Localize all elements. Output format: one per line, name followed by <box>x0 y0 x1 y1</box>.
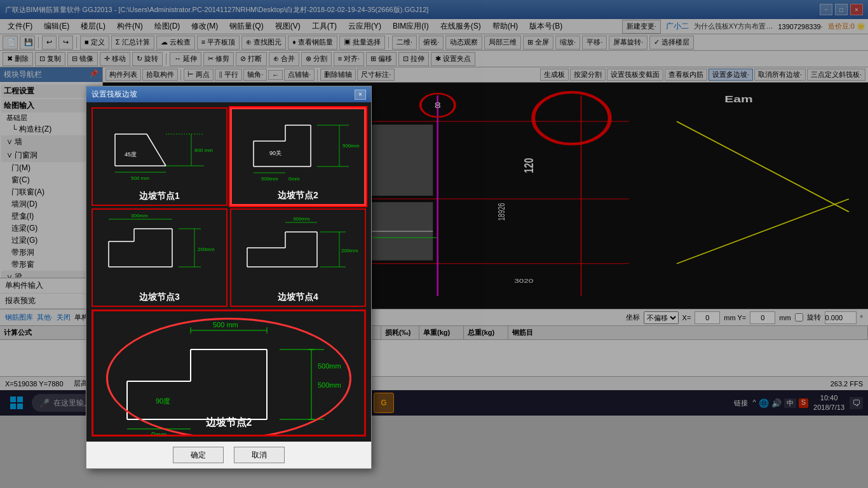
menu-component[interactable]: 构件(N) <box>112 20 148 33</box>
grip-btn[interactable]: ✱ 设置夹点 <box>431 52 475 66</box>
dynamic-view-btn[interactable]: 动态观察 <box>445 36 482 50</box>
y-input[interactable] <box>750 311 775 324</box>
batch-select-btn[interactable]: ▣ 批量选择 <box>339 36 385 50</box>
node-cell-4[interactable]: 200mm 300mm 边坡节点4 <box>230 208 366 307</box>
selected-node-display[interactable]: 90度 500 mm 500mm 500mm <box>92 309 366 437</box>
view-inner-rebar-btn[interactable]: 查看板内筋 <box>665 69 707 81</box>
extend-btn[interactable]: ↔ 延伸 <box>170 52 201 66</box>
menu-view[interactable]: 视图(V) <box>270 20 306 33</box>
new-btn[interactable]: 📄 <box>3 36 18 50</box>
move-btn[interactable]: ✛ 移动 <box>100 52 130 66</box>
menu-edit[interactable]: 编辑(E) <box>39 20 74 33</box>
split-by-beam-btn[interactable]: 按梁分割 <box>570 69 606 81</box>
tray-network[interactable]: 🌐 <box>759 398 769 408</box>
new-change-btn[interactable]: 新建变更· <box>622 20 661 34</box>
fullscreen-btn[interactable]: ⊞ 全屏 <box>523 36 553 50</box>
rotate-input[interactable] <box>825 311 857 324</box>
redo-btn[interactable]: ↪ <box>58 36 73 50</box>
tray-s[interactable]: S <box>799 398 808 408</box>
taskbar-icon-ggj[interactable]: G <box>374 393 394 413</box>
menu-file[interactable]: 文件(F) <box>3 20 37 33</box>
zoom-in-btn[interactable]: 缩放· <box>555 36 580 50</box>
delete-axis-btn[interactable]: 删除辅轴 <box>320 69 356 81</box>
clock[interactable]: 10:40 2018/7/13 <box>813 393 844 413</box>
node-cell-3[interactable]: 300mm 200mm 边坡节点3 <box>92 208 227 307</box>
close-btn[interactable]: × <box>850 4 863 15</box>
menu-bim[interactable]: BIM应用(I) <box>388 20 434 33</box>
mirror-btn[interactable]: ⊟ 镜像 <box>67 52 98 66</box>
rotate-check[interactable] <box>795 313 803 322</box>
minimize-btn[interactable]: － <box>820 4 832 15</box>
screen-rotate-btn[interactable]: 屏幕旋转· <box>609 36 648 50</box>
node2-label: 边坡节点2 <box>232 190 364 201</box>
pick-component-btn[interactable]: 拾取构件 <box>142 69 178 81</box>
dialog-cancel-btn[interactable]: 取消 <box>234 447 285 463</box>
coins: 造价豆:0 🌟 <box>828 22 865 31</box>
menu-help[interactable]: 帮助(H) <box>487 20 524 33</box>
tray-zh[interactable]: 中 <box>784 398 796 408</box>
left-arrow-btn[interactable]: ← <box>268 70 283 80</box>
stretch-btn[interactable]: ⊡ 拉伸 <box>398 52 429 66</box>
set-multi-slope-btn[interactable]: 设置多边坡· <box>709 69 753 81</box>
menu-version[interactable]: 版本号(B) <box>524 20 567 33</box>
trim-btn[interactable]: ✂ 修剪 <box>203 52 234 66</box>
offset-btn[interactable]: ⊞ 偏移 <box>366 52 397 66</box>
axis-angle-btn[interactable]: 轴角· <box>243 69 267 81</box>
menu-modify[interactable]: 修改(M) <box>186 20 223 33</box>
delete-btn[interactable]: ✖ 删除 <box>3 52 33 66</box>
sum-btn[interactable]: Σ 汇总计算 <box>111 36 154 50</box>
node-cell-1[interactable]: 45度 800 mm 500 mm 边坡节点1 <box>92 107 227 206</box>
break-btn[interactable]: ⊘ 打断 <box>236 52 266 66</box>
parallel-btn[interactable]: ∥ 平行 <box>215 69 242 81</box>
x-input[interactable] <box>695 311 720 324</box>
other-link[interactable]: 其他· <box>37 313 53 322</box>
menu-rebar[interactable]: 钢筋量(Q) <box>224 20 268 33</box>
pan-btn[interactable]: 平移· <box>582 36 607 50</box>
microphone-icon[interactable]: 🎤 <box>39 398 50 408</box>
merge-btn[interactable]: ⊕ 合并 <box>269 52 299 66</box>
cancel-all-slopes-btn[interactable]: 取消所有边坡· <box>754 69 806 81</box>
2d-btn[interactable]: 二维· <box>392 36 417 50</box>
dialog-ok-btn[interactable]: 确定 <box>173 447 224 463</box>
tray-volume[interactable]: 🔊 <box>771 398 782 408</box>
svg-text:500 mm: 500 mm <box>213 321 238 329</box>
dim-label-btn[interactable]: 尺寸标注· <box>357 69 395 81</box>
cloud-check-btn[interactable]: ☁ 云检查 <box>156 36 195 50</box>
define-btn[interactable]: ■ 定义 <box>80 36 109 50</box>
offset-select[interactable]: 不偏移 <box>644 311 679 324</box>
select-floor-btn[interactable]: ✓ 选择楼层 <box>649 36 694 50</box>
point-axis-btn[interactable]: 点辅轴· <box>284 69 315 81</box>
view-mode-btn[interactable]: 俯视· <box>419 36 444 50</box>
split-btn[interactable]: ⊗ 分割 <box>301 52 332 66</box>
define-slope-slab-btn[interactable]: 三点定义斜筏板· <box>807 69 865 81</box>
level-btn[interactable]: ≡ 平齐板顶 <box>197 36 240 50</box>
set-section-btn[interactable]: 设置筏板变截面 <box>607 69 663 81</box>
menu-cloud[interactable]: 云应用(Y) <box>343 20 386 33</box>
align-btn[interactable]: ≡ 对齐· <box>334 52 365 66</box>
rebar-library-link[interactable]: 钢筋图库 <box>5 313 33 322</box>
rotate-btn[interactable]: ↻ 旋转 <box>132 52 163 66</box>
node-cell-2[interactable]: 90关 500mm 500mm 0mm 边坡节点2 <box>230 107 366 206</box>
undo-btn[interactable]: ↩ <box>42 36 57 50</box>
save-btn[interactable]: 💾 <box>20 36 35 50</box>
menu-online[interactable]: 在线服务(S) <box>435 20 486 33</box>
start-button[interactable] <box>5 391 28 414</box>
dialog-close-btn[interactable]: × <box>355 90 366 100</box>
copy-btn[interactable]: ⊡ 复制 <box>35 52 65 66</box>
slope-dialog[interactable]: 设置筏板边坡 × 45度 <box>86 86 372 469</box>
component-list-btn[interactable]: 构件列表 <box>105 69 141 81</box>
nav-pin-icon[interactable]: 📌 <box>89 69 98 80</box>
coord-label: 坐标 <box>626 313 640 322</box>
find-btn[interactable]: ⊕ 查找图元 <box>241 36 286 50</box>
gen-slab-btn[interactable]: 生成板 <box>540 69 569 81</box>
close-link[interactable]: 关闭 <box>57 313 71 322</box>
view-rebar-btn[interactable]: ♦ 查看钢筋量 <box>288 36 337 50</box>
two-point-btn[interactable]: ⊢ 两点 <box>184 69 214 81</box>
tray-notification[interactable]: 🗨 <box>850 397 863 409</box>
tray-arrow[interactable]: ^ <box>753 398 756 408</box>
maximize-btn[interactable]: □ <box>835 4 848 15</box>
menu-draw[interactable]: 绘图(D) <box>149 20 186 33</box>
menu-floor[interactable]: 楼层(L) <box>76 20 111 33</box>
menu-tools[interactable]: 工具(T) <box>307 20 342 33</box>
local-3d-btn[interactable]: 局部三维 <box>484 36 521 50</box>
